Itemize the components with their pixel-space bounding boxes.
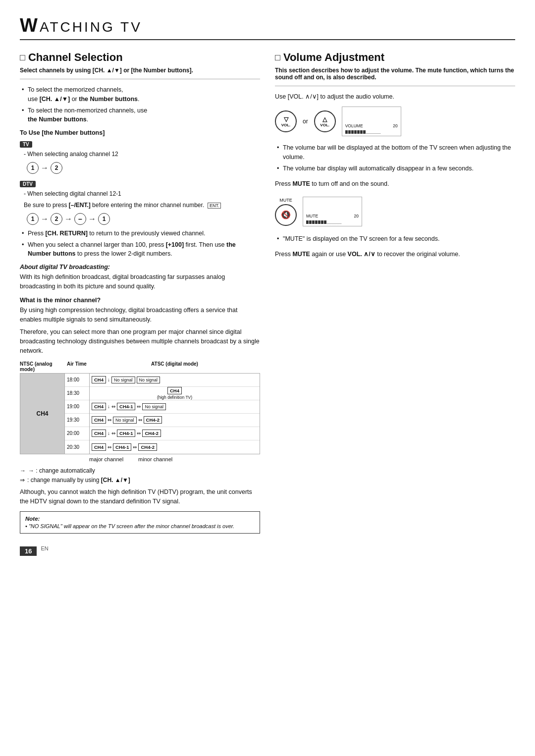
dtv-badge: DTV: [20, 181, 36, 187]
legend-text-1: → : change automatically: [28, 467, 95, 474]
ntsc-header: NTSC (analog mode): [20, 361, 64, 372]
arrow-lr2-1930: ⇔: [138, 417, 142, 423]
vol-bullet-2: The volume bar display will automaticall…: [277, 164, 515, 173]
ch-btn-2: 2: [51, 162, 62, 174]
mute-instruction: Press MUTE to turn off and on the sound.: [275, 179, 515, 189]
volume-screen-display: VOLUME 20: [342, 107, 401, 136]
cell-nosig-1800b: No signal: [137, 377, 160, 383]
channel-divider: [20, 79, 260, 79]
page-lang: EN: [41, 545, 48, 551]
cell-ch4-1930: CH4: [92, 416, 106, 424]
legend-2: ⇒ : change manually by using [CH. ▲/▼]: [20, 477, 260, 484]
cell-ch42-2030: CH4-2: [138, 443, 157, 451]
vol-bar-label: VOLUME: [345, 123, 363, 128]
about-digital-text: With its high definition broadcast, digi…: [20, 272, 260, 292]
seg-4: [354, 130, 357, 134]
channel-100-bullet: When you select a channel larger than 10…: [22, 240, 260, 259]
volume-title-text: Volume Adjustment: [283, 51, 384, 64]
title-rest: ATCHING TV: [40, 19, 142, 35]
vol-up-btn[interactable]: △ VOL.: [314, 110, 336, 132]
channel-selection-column: □ Channel Selection Select channels by u…: [20, 51, 260, 534]
atsc-row-1830: CH4 (high definition TV): [90, 387, 260, 400]
channel-checkbox-icon: □: [20, 53, 25, 63]
seg-2: [348, 130, 351, 134]
vol-down-btn[interactable]: ▽ VOL.: [275, 110, 297, 132]
time-2000: 20:00: [65, 427, 89, 440]
arrow-lr2-2000: ⇔: [137, 431, 141, 436]
channel-subtitle: Select channels by using [CH. ▲/▼] or [t…: [20, 67, 260, 74]
to-use-title: To Use [the Number buttons]: [20, 129, 260, 136]
airtime-header: Air Time: [64, 361, 89, 372]
volume-subtitle: This section describes how to adjust the…: [275, 67, 515, 81]
cell-hdtv-note: (high definition TV): [157, 395, 192, 400]
mute-icon: 🔇: [281, 210, 291, 219]
two-column-layout: □ Channel Selection Select channels by u…: [20, 51, 515, 534]
mute-bullets: "MUTE" is displayed on the TV screen for…: [275, 234, 515, 244]
mseg-6: [321, 220, 323, 224]
page-number: 16: [20, 546, 37, 556]
dtv-ch-btn-1: 1: [27, 213, 39, 225]
diagram-footer: major channel minor channel: [89, 456, 260, 462]
page: WATCHING TV □ Channel Selection Select c…: [0, 0, 535, 576]
arrow-down-2000: ↓: [107, 431, 110, 436]
title-w-letter: W: [20, 15, 40, 36]
volume-section-title: □ Volume Adjustment: [275, 51, 515, 64]
vol-bullet-1: The volume bar will be displayed at the …: [277, 143, 515, 162]
arrow-lr-2030: ⇔: [107, 444, 111, 450]
volume-bullets: The volume bar will be displayed at the …: [275, 143, 515, 173]
mseg-3: [312, 220, 315, 224]
recover-text: Press MUTE again or use VOL. ∧/∨ to reco…: [275, 250, 515, 259]
seg-3: [351, 130, 354, 134]
seg-5: [357, 130, 360, 134]
cell-nosig-1800a: No signal: [111, 377, 135, 383]
channel-extra-bullets: Press [CH. RETURN] to return to the prev…: [20, 229, 260, 259]
cell-ch42-2000: CH4-2: [142, 430, 160, 437]
cell-nosig-1930: No signal: [113, 417, 137, 424]
mute-bar-segments: [306, 220, 359, 224]
arrow-lr-1930: ⇔: [107, 417, 111, 423]
vol-bar-segments: [345, 130, 398, 134]
mute-section: MUTE 🔇 MUTE 20: [275, 197, 515, 226]
time-1800: 18:00: [65, 374, 89, 387]
atsc-col: CH4 ↓ No signal No signal CH4 (high defi…: [90, 374, 260, 454]
mseg-1: [306, 220, 309, 224]
volume-checkbox-icon: □: [275, 53, 280, 63]
time-1930: 19:30: [65, 414, 89, 427]
time-1900: 19:00: [65, 400, 89, 414]
time-2030: 20:30: [65, 440, 89, 454]
minor-channel-text1: By using high compression technology, di…: [20, 306, 260, 325]
cell-ch4-2000: CH4: [92, 430, 106, 437]
channel-title-text: Channel Selection: [28, 51, 123, 64]
atsc-row-2000: CH4 ↓ ⇔ CH4-1 ⇔ CH4-2: [90, 427, 260, 440]
mute-btn-group: MUTE 🔇: [275, 198, 297, 226]
note-text: • "NO SIGNAL" will appear on the TV scre…: [25, 523, 255, 529]
dtv-arrow-1: →: [41, 215, 49, 223]
ntsc-col: CH4: [20, 374, 65, 454]
cell-ch41-1900: CH4-1: [117, 403, 135, 410]
vol-up-label: VOL.: [320, 123, 329, 127]
dtv-arrow-2: →: [64, 215, 72, 223]
seg-9-empty: [369, 132, 372, 134]
channel-bullet-2: To select the non-memorized channels, us…: [22, 106, 260, 125]
seg-12-empty: [378, 132, 380, 134]
cell-ch4-1830: CH4: [167, 387, 182, 394]
vol-instruction: Use [VOL. ∧/∨] to adjust the audio volum…: [275, 92, 515, 102]
note-box: Note: • "NO SIGNAL" will appear on the T…: [20, 511, 260, 534]
seg-6: [360, 130, 363, 134]
vol-or-label: or: [303, 118, 308, 125]
dtv-arrow-3: →: [88, 215, 96, 223]
legend-arrow-1: →: [20, 467, 26, 474]
arrow-down-1800a: ↓: [107, 377, 110, 382]
mute-bar-header: MUTE 20: [306, 214, 359, 218]
mute-label-top: MUTE: [279, 198, 292, 203]
mute-btn[interactable]: 🔇: [275, 204, 297, 226]
channel-section-title: □ Channel Selection: [20, 51, 260, 64]
legend-arrow-2: ⇒: [20, 477, 25, 484]
atsc-row-2030: CH4 ⇔ CH4-1 ⇔ CH4-2: [90, 440, 260, 454]
mute-note-bullet: "MUTE" is displayed on the TV screen for…: [277, 234, 515, 244]
atsc-header: ATSC (digital mode): [89, 361, 260, 372]
page-number-row: 16 EN: [20, 540, 515, 556]
vol-down-arrow: ▽: [284, 116, 288, 123]
minor-channel-text2: Therefore, you can select more than one …: [20, 327, 260, 356]
volume-controls-row: ▽ VOL. or △ VOL. VOLUME 20: [275, 107, 515, 136]
